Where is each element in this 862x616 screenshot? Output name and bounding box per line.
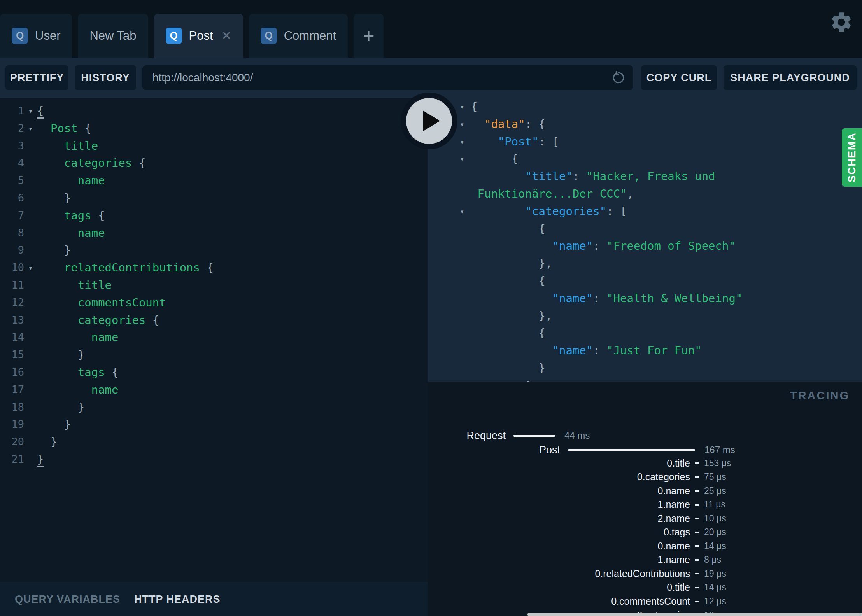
editor-line[interactable]: 18 } [0, 399, 428, 416]
fold-arrow-icon[interactable]: ▾ [24, 120, 37, 137]
execute-query-button[interactable] [401, 93, 457, 149]
editor-line[interactable]: 2▾ Post { [0, 120, 428, 137]
query-editor-pane[interactable]: 1▾{2▾ Post {3 title4 categories {5 name6… [0, 98, 428, 582]
fold-arrow-icon[interactable]: ▾ [460, 203, 464, 220]
editor-line[interactable]: 16 tags { [0, 364, 428, 381]
tracing-row-time: 19 μs [704, 569, 751, 579]
tracing-row-time: 44 ms [564, 430, 590, 441]
fold-arrow-icon[interactable]: ▾ [24, 102, 37, 120]
fold-arrow-icon[interactable]: ▾ [24, 259, 37, 276]
fold-spacer [24, 294, 37, 312]
tracing-row-time: 75 μs [704, 472, 751, 482]
editor-line[interactable]: 7 tags { [0, 207, 428, 224]
line-number: 19 [0, 416, 24, 433]
reload-schema-icon[interactable] [611, 70, 626, 85]
new-tab-button[interactable]: + [354, 14, 384, 58]
code-text: categories { [37, 312, 159, 329]
copy-curl-button[interactable]: COPY CURL [641, 65, 717, 90]
fold-spacer [24, 329, 37, 346]
editor-line[interactable]: 17 name [0, 381, 428, 399]
tracing-field-row: 0.relatedContributions19 μs [428, 567, 751, 580]
editor-line[interactable]: 5 name [0, 172, 428, 189]
editor-line[interactable]: 14 name [0, 329, 428, 346]
editor-line[interactable]: 8 name [0, 224, 428, 242]
tracing-field-row: 1.name11 μs [428, 498, 751, 511]
fold-spacer [24, 381, 37, 399]
tab-label: New Tab [89, 29, 136, 43]
tracing-row-label: 0.name [428, 541, 690, 552]
code-text: } [37, 416, 71, 433]
prettify-button[interactable]: PRETTIFY [5, 65, 68, 90]
tracing-request-row: Request 44 ms [428, 429, 590, 443]
tracing-row-label: Request [428, 430, 506, 442]
fold-arrow-icon[interactable]: ▾ [460, 150, 464, 168]
tracing-panel: TRACING Request 44 ms Post 167 ms 0.titl… [428, 382, 862, 616]
share-playground-button[interactable]: SHARE PLAYGROUND [724, 65, 857, 90]
fold-arrow-icon[interactable]: ▾ [460, 98, 464, 116]
editor-line[interactable]: 15 } [0, 346, 428, 364]
tracing-duration-bar [695, 601, 699, 602]
tracing-row-time: 8 μs [704, 555, 751, 565]
response-line: Funktionäre...Der CCC", [428, 185, 862, 203]
code-token: "title" [525, 170, 573, 183]
tab-new-tab[interactable]: New Tab [78, 14, 148, 58]
schema-side-tab[interactable]: SCHEMA [842, 128, 862, 187]
tracing-field-row: 0.title14 μs [428, 581, 751, 594]
code-token: : [593, 239, 606, 252]
editor-line[interactable]: 1▾{ [0, 102, 428, 120]
code-token: : [573, 170, 586, 183]
editor-line[interactable]: 12 commentsCount [0, 294, 428, 312]
line-number: 8 [0, 224, 24, 242]
fold-arrow-icon[interactable]: ▾ [460, 133, 464, 150]
editor-line[interactable]: 4 categories { [0, 154, 428, 172]
tab-user[interactable]: QUser [0, 14, 72, 58]
editor-line[interactable]: 21} [0, 451, 428, 468]
code-token: "name" [552, 239, 593, 252]
response-line: "name": "Freedom of Speech" [428, 237, 862, 255]
graphql-playground-window: QUserNew TabQPost✕QComment+ PRETTIFY HIS… [0, 0, 862, 616]
tab-label: User [35, 29, 60, 43]
tab-comment[interactable]: QComment [249, 14, 348, 58]
editor-line[interactable]: 3 title [0, 137, 428, 155]
tracing-field-row: 0.name14 μs [428, 539, 751, 553]
fold-spacer [24, 416, 37, 433]
tracing-row-label: 0.title [428, 582, 690, 593]
query-variables-tab[interactable]: QUERY VARIABLES [15, 593, 120, 606]
editor-line[interactable]: 10▾ relatedContributions { [0, 259, 428, 276]
query-type-badge: Q [261, 28, 277, 44]
editor-line[interactable]: 20 } [0, 433, 428, 451]
tracing-duration-bar [695, 532, 699, 533]
editor-line[interactable]: 6 } [0, 189, 428, 207]
line-number: 5 [0, 172, 24, 189]
editor-line[interactable]: 11 title [0, 276, 428, 294]
line-number: 20 [0, 433, 24, 451]
code-token: name [91, 383, 119, 396]
tracing-row-label: 0.categories [428, 471, 690, 483]
editor-line[interactable]: 19 } [0, 416, 428, 433]
code-text: } [37, 242, 71, 259]
horizontal-scrollbar[interactable] [527, 613, 862, 616]
tracing-row-time: 11 μs [704, 499, 751, 510]
code-text: } [37, 346, 84, 364]
code-token: }, [539, 257, 552, 270]
code-token: relatedContributions [64, 261, 200, 274]
code-token: : { [525, 117, 545, 131]
code-token: Funktionäre...Der CCC" [477, 187, 627, 200]
editor-line[interactable]: 13 categories { [0, 312, 428, 329]
play-button-circle [406, 98, 452, 144]
response-line: "title": "Hacker, Freaks und [428, 168, 862, 185]
editor-line[interactable]: 9 } [0, 242, 428, 259]
history-button[interactable]: HISTORY [75, 65, 136, 90]
fold-spacer [24, 433, 37, 451]
settings-gear-icon[interactable] [829, 10, 853, 34]
code-token: : [ [539, 135, 559, 148]
fold-arrow-icon[interactable]: ▾ [460, 116, 464, 133]
response-line: ▾ "categories": [ [428, 203, 862, 220]
http-headers-tab[interactable]: HTTP HEADERS [134, 593, 221, 606]
close-tab-icon[interactable]: ✕ [222, 30, 231, 42]
tracing-duration-bar [695, 587, 699, 588]
tab-post[interactable]: QPost✕ [154, 14, 243, 58]
code-token: Post [51, 122, 78, 135]
url-input[interactable] [142, 65, 633, 90]
code-text: categories { [37, 154, 145, 172]
